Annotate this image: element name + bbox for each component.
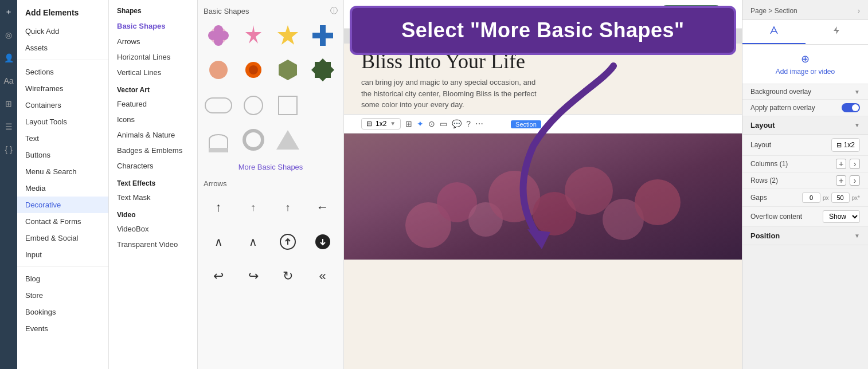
add-elements-menu-search[interactable]: Menu & Search [17, 163, 108, 180]
layout-value-box[interactable]: ⊟ 1x2 [831, 138, 860, 152]
add-elements-input[interactable]: Input [17, 246, 108, 263]
toolbar-icon-4[interactable]: ▭ [440, 119, 447, 128]
shape-arch[interactable] [204, 125, 233, 155]
gap-unit-2: px* [852, 195, 860, 201]
overflow-select[interactable]: Show Hide Scroll [823, 210, 860, 223]
add-elements-quick-add[interactable]: Quick Add [17, 23, 108, 40]
arrow-down-filled[interactable] [308, 227, 338, 257]
add-elements-embed-social[interactable]: Embed & Social [17, 230, 108, 246]
pattern-overlay-toggle[interactable] [842, 103, 860, 112]
arrow-curved-2[interactable]: ↪ [238, 261, 268, 291]
shapes-horizontal-lines[interactable]: Horizontal Lines [109, 49, 197, 65]
toolbar-icon-3[interactable]: ⊙ [428, 119, 435, 128]
more-basic-shapes-link[interactable]: More Basic Shapes [204, 160, 338, 174]
add-elements-blog[interactable]: Blog [17, 270, 108, 287]
arrow-circle-up[interactable] [273, 227, 303, 257]
shape-circle-outline[interactable] [238, 91, 268, 120]
type-icon[interactable]: Aa [2, 74, 15, 87]
arrow-up-2[interactable]: ↑ [238, 193, 268, 222]
add-elements-assets[interactable]: Assets [17, 40, 108, 56]
section-label: Section [511, 120, 541, 128]
toolbar-icon-1[interactable]: ⊞ [405, 119, 412, 128]
columns-arrow-btn[interactable]: › [850, 159, 860, 169]
shape-clover-pink[interactable] [204, 21, 233, 50]
shape-triangle[interactable] [273, 125, 303, 155]
arrow-up-1[interactable]: ↑ [204, 193, 233, 222]
text-effects-text-mask[interactable]: Text Mask [109, 190, 197, 205]
layout-selector[interactable]: ⊟ 1x2 ▼ [361, 118, 401, 129]
video-transparent-video[interactable]: Transparent Video [109, 237, 197, 252]
vector-art-section-title: Vector Art [109, 80, 197, 96]
overflow-label: Overflow content [750, 213, 802, 221]
toolbar-icon-6[interactable]: ? [466, 119, 471, 128]
add-elements-containers[interactable]: Containers [17, 97, 108, 113]
user-icon[interactable]: 👤 [2, 52, 15, 64]
text-effects-section-title: Text Effects [109, 174, 197, 190]
shape-ring[interactable] [238, 125, 268, 155]
arrow-up-3[interactable]: ↑ [273, 193, 303, 222]
shapes-grid-panel: Basic Shapes ⓘ [198, 0, 344, 369]
toolbar-icon-2[interactable]: ✦ [417, 119, 424, 128]
add-elements-wireframes[interactable]: Wireframes [17, 80, 108, 97]
preview-hero-sub: can bring joy and magic to any special o… [344, 73, 742, 114]
video-videobox[interactable]: VideoBox [109, 221, 197, 237]
shapes-grid-header: Basic Shapes ⓘ [204, 6, 338, 16]
add-elements-bookings[interactable]: Bookings [17, 304, 108, 320]
vector-art-animals-nature[interactable]: Animals & Nature [109, 127, 197, 143]
arrow-double-left[interactable]: « [308, 261, 338, 291]
vector-art-featured[interactable]: Featured [109, 96, 197, 112]
grid-icon[interactable]: ⊞ [2, 97, 15, 110]
toolbar-icon-5[interactable]: 💬 [452, 119, 462, 128]
plus-icon[interactable]: ＋ [2, 6, 15, 18]
position-section-chevron[interactable]: ▼ [854, 233, 860, 239]
vector-art-badges-emblems[interactable]: Badges & Emblems [109, 143, 197, 158]
vector-art-characters[interactable]: Characters [109, 158, 197, 174]
columns-plus-btn[interactable]: + [836, 159, 846, 169]
right-panel-header: Page > Section › [742, 0, 868, 20]
arrow-curved-1[interactable]: ↩ [204, 261, 233, 291]
rows-plus-btn[interactable]: + [836, 175, 846, 186]
tab-lightning[interactable] [806, 20, 869, 44]
shapes-basic-shapes[interactable]: Basic Shapes [109, 18, 197, 34]
shape-star-yellow[interactable] [273, 21, 303, 50]
shape-badge-green[interactable] [308, 55, 338, 85]
add-elements-text[interactable]: Text [17, 130, 108, 147]
shape-circle-peach[interactable] [204, 55, 233, 85]
layout-section-chevron[interactable]: ▼ [854, 122, 860, 128]
shape-rounded-rect[interactable] [204, 91, 233, 120]
gaps-label: Gaps [750, 194, 767, 202]
tab-design[interactable] [742, 20, 806, 44]
shapes-arrows[interactable]: Arrows [109, 34, 197, 49]
arrow-rotate[interactable]: ↻ [273, 261, 303, 291]
background-overlay-chevron[interactable]: ▼ [854, 89, 860, 95]
arrow-up-angle-2[interactable]: ∧ [238, 227, 268, 257]
arrow-up-angle-1[interactable]: ∧ [204, 227, 233, 257]
shape-hexagon-olive[interactable] [273, 55, 303, 85]
rows-arrow-btn[interactable]: › [850, 175, 860, 186]
add-elements-decorative[interactable]: Decorative [17, 197, 108, 213]
add-elements-sections[interactable]: Sections [17, 64, 108, 80]
add-elements-store[interactable]: Store [17, 287, 108, 304]
add-elements-contact-forms[interactable]: Contact & Forms [17, 213, 108, 230]
shapes-grid-title: Basic Shapes [204, 7, 249, 15]
add-elements-events[interactable]: Events [17, 320, 108, 337]
vector-art-icons[interactable]: Icons [109, 112, 197, 127]
add-media-text[interactable]: Add image or video [776, 68, 835, 76]
add-elements-layout-tools[interactable]: Layout Tools [17, 113, 108, 130]
code-icon[interactable]: { } [2, 143, 15, 156]
shape-sunflower-orange[interactable] [238, 55, 268, 85]
arrow-left-1[interactable]: ← [308, 193, 338, 222]
add-elements-media[interactable]: Media [17, 180, 108, 197]
shape-cross-blue[interactable] [308, 21, 338, 50]
add-elements-buttons[interactable]: Buttons [17, 147, 108, 163]
shapes-vertical-lines[interactable]: Vertical Lines [109, 65, 197, 80]
preview-flowers-image [344, 134, 742, 260]
toolbar-icon-7[interactable]: ⋯ [475, 119, 483, 128]
shape-star-pink[interactable] [238, 21, 268, 50]
gap-input-1[interactable] [802, 193, 820, 203]
add-media-section[interactable]: ⊕ Add image or video [742, 45, 868, 84]
gap-input-2[interactable] [831, 193, 850, 203]
circle-icon[interactable]: ◎ [2, 29, 15, 41]
shape-square-outline[interactable] [273, 91, 303, 120]
list-icon[interactable]: ☰ [2, 120, 15, 133]
